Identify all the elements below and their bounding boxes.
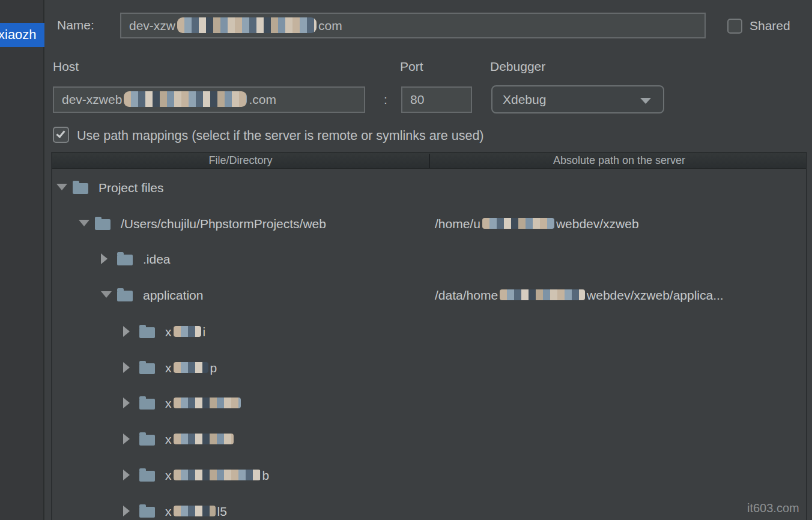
file-directory-cell: x <box>165 395 243 413</box>
folder-icon <box>139 471 155 482</box>
name-label: Name: <box>57 18 94 32</box>
file-directory-cell: application <box>143 286 203 304</box>
debugger-select[interactable]: Xdebug <box>491 85 664 113</box>
folder-icon <box>139 327 155 338</box>
folder-icon <box>117 291 133 301</box>
expand-toggle-icon[interactable] <box>123 398 130 408</box>
redacted-text <box>124 91 247 107</box>
host-value-prefix: dev-xzweb <box>62 92 122 106</box>
mapping-tree-row[interactable]: xp <box>52 359 806 377</box>
mapping-tree-row[interactable]: Project files <box>52 179 806 197</box>
mapping-tree-row[interactable]: xb <box>52 467 806 485</box>
folder-icon <box>139 435 155 446</box>
redacted-text <box>482 218 554 229</box>
file-directory-cell: xi <box>165 323 205 341</box>
expand-toggle-icon[interactable] <box>123 470 130 480</box>
absolute-path-cell: /data/homewebdev/xzweb/applica... <box>435 286 724 304</box>
mapping-tree-row[interactable]: xi <box>52 323 806 341</box>
file-directory-cell: x <box>165 431 235 449</box>
port-label: Port <box>400 59 423 74</box>
mapping-tree-row[interactable]: application/data/homewebdev/xzweb/applic… <box>52 286 806 304</box>
mapping-tree-row[interactable]: xl5 <box>52 503 806 520</box>
path-mapping-table: File/Directory Absolute path on the serv… <box>51 152 807 520</box>
shared-checkbox[interactable] <box>727 19 742 34</box>
expand-toggle-icon[interactable] <box>123 362 130 373</box>
collapse-toggle-icon[interactable] <box>101 291 112 298</box>
name-input[interactable]: dev-xzwcom <box>120 13 706 38</box>
watermark-text: it603.com <box>747 501 799 515</box>
redacted-text <box>174 506 216 516</box>
host-input[interactable]: dev-xzweb.com <box>53 86 365 113</box>
shared-label: Shared <box>750 19 790 33</box>
sidebar-item-server-selected[interactable]: xiaozh <box>0 23 44 47</box>
column-header-file-directory[interactable]: File/Directory <box>52 153 429 169</box>
folder-icon <box>95 219 111 230</box>
file-directory-cell: /Users/chujilu/PhpstormProjects/web <box>121 215 326 233</box>
file-directory-cell: xl5 <box>165 503 227 520</box>
redacted-text <box>174 470 261 480</box>
mapping-tree-row[interactable]: /Users/chujilu/PhpstormProjects/web/home… <box>52 215 806 233</box>
debugger-value: Xdebug <box>492 86 663 112</box>
folder-icon <box>139 363 155 374</box>
folder-icon <box>139 507 155 518</box>
expand-toggle-icon[interactable] <box>123 506 130 516</box>
absolute-path-cell: /home/uwebdev/xzweb <box>435 215 639 233</box>
debugger-label: Debugger <box>490 59 545 74</box>
file-directory-cell: .idea <box>143 250 171 268</box>
name-value-prefix: dev-xzw <box>129 19 175 32</box>
mapping-table-header: File/Directory Absolute path on the serv… <box>52 152 806 169</box>
port-input[interactable]: 80 <box>401 86 472 113</box>
folder-icon <box>73 183 88 194</box>
host-port-separator: : <box>384 92 387 107</box>
file-directory-cell: xp <box>165 359 217 377</box>
name-value-suffix: com <box>318 19 342 32</box>
folder-icon <box>117 255 133 265</box>
file-directory-cell: Project files <box>98 179 164 197</box>
redacted-text <box>500 289 585 300</box>
mapping-tree-row[interactable]: x <box>52 395 806 413</box>
chevron-down-icon <box>640 98 651 104</box>
host-value-suffix: .com <box>249 92 276 106</box>
expand-toggle-icon[interactable] <box>123 326 130 337</box>
expand-toggle-icon[interactable] <box>101 253 108 264</box>
path-mappings-label: Use path mappings (select if the server … <box>77 128 484 144</box>
redacted-text <box>177 17 317 33</box>
expand-toggle-icon[interactable] <box>123 434 130 444</box>
file-directory-cell: xb <box>165 467 269 485</box>
mapping-tree-row[interactable]: .idea <box>52 250 806 268</box>
redacted-text <box>174 434 234 444</box>
redacted-text <box>174 398 241 408</box>
redacted-text <box>174 326 201 337</box>
collapse-toggle-icon[interactable] <box>79 220 89 226</box>
settings-sidebar: xiaozh <box>0 0 44 520</box>
mapping-tree-row[interactable]: x <box>52 431 806 449</box>
folder-icon <box>139 399 155 410</box>
host-label: Host <box>53 59 79 74</box>
column-header-absolute-path[interactable]: Absolute path on the server <box>430 153 807 169</box>
checkmark-icon <box>56 128 65 138</box>
path-mappings-checkbox[interactable] <box>53 127 69 143</box>
collapse-toggle-icon[interactable] <box>56 184 67 190</box>
redacted-text <box>174 362 208 373</box>
port-value: 80 <box>402 88 471 112</box>
